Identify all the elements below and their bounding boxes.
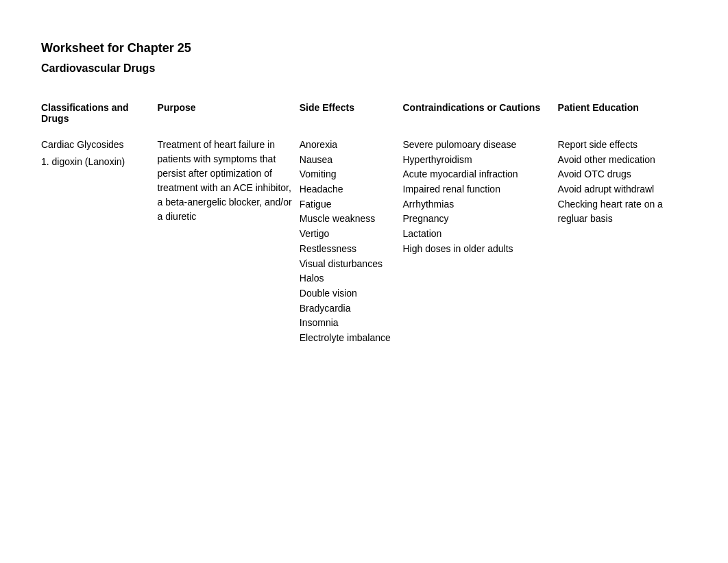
list-item: Headache xyxy=(300,182,396,197)
list-item: High doses in older adults xyxy=(403,242,551,257)
list-item: Halos xyxy=(300,271,396,286)
list-item: Severe pulomoary disease xyxy=(403,138,551,153)
table-cell-contraindications: Severe pulomoary diseaseHyperthyroidismA… xyxy=(403,132,558,346)
table-cell-purpose: Treatment of heart failure in patients w… xyxy=(158,132,300,346)
list-item: Restlessness xyxy=(300,242,396,257)
list-item: Bradycardia xyxy=(300,301,396,316)
header-contraindications: Contraindications or Cautions xyxy=(403,102,558,132)
list-item: Report side effects xyxy=(558,138,680,153)
list-item: Fatigue xyxy=(300,197,396,212)
table-cell-side-effects: AnorexiaNauseaVomitingHeadacheFatigueMus… xyxy=(300,132,403,346)
list-item: Avoid other medication xyxy=(558,153,680,168)
list-item: Checking heart rate on a regluar basis xyxy=(558,197,680,227)
list-item: Electrolyte imbalance xyxy=(300,331,396,346)
list-item: Nausea xyxy=(300,153,396,168)
list-item: Vomiting xyxy=(300,167,396,182)
list-item: Hyperthyroidism xyxy=(403,153,551,168)
list-item: Visual disturbances xyxy=(300,257,396,272)
header-classifications: Classifications and Drugs xyxy=(41,102,158,132)
list-item: Double vision xyxy=(300,286,396,301)
list-item: Pregnancy xyxy=(403,212,551,227)
list-item: Avoid OTC drugs xyxy=(558,167,680,182)
list-item: Arrhythmias xyxy=(403,197,551,212)
header-purpose: Purpose xyxy=(158,102,300,132)
list-item: Lactation xyxy=(403,227,551,242)
list-item: Acute myocardial infraction xyxy=(403,167,551,182)
list-item: Anorexia xyxy=(300,138,396,153)
header-patient-education: Patient Education xyxy=(558,102,687,132)
list-item: Impaired renal function xyxy=(403,182,551,197)
list-item: Avoid adrupt withdrawl xyxy=(558,182,680,197)
list-item: Insomnia xyxy=(300,316,396,331)
list-item: Vertigo xyxy=(300,227,396,242)
header-side-effects: Side Effects xyxy=(300,102,403,132)
page-title: Worksheet for Chapter 25 xyxy=(41,41,687,55)
table-cell-classification: Cardiac Glycosides1. digoxin (Lanoxin) xyxy=(41,132,158,346)
list-item: Muscle weakness xyxy=(300,212,396,227)
page-subtitle: Cardiovascular Drugs xyxy=(41,62,687,75)
table-cell-patient-education: Report side effectsAvoid other medicatio… xyxy=(558,132,687,346)
